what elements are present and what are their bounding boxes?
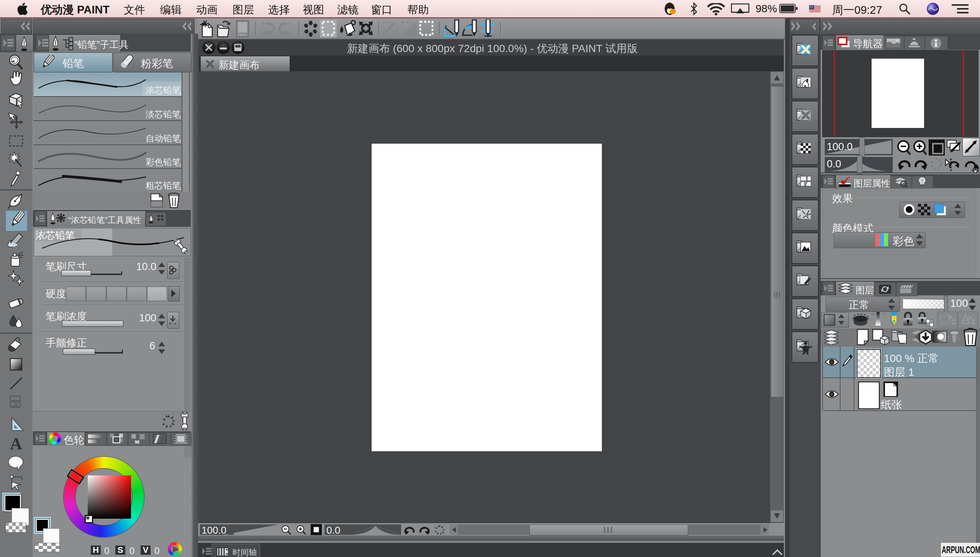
svg-text:A: A bbox=[10, 435, 22, 452]
